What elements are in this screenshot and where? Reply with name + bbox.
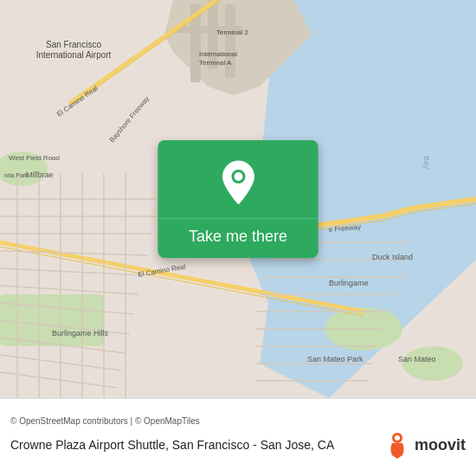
moovit-icon: [383, 431, 411, 459]
svg-text:nita Park: nita Park: [4, 172, 29, 178]
cta-label-area: Take me there: [158, 218, 318, 258]
attribution-text: © OpenStreetMap contributors | © OpenMap…: [10, 416, 466, 426]
moovit-text: moovit: [415, 436, 466, 454]
svg-text:Bay: Bay: [422, 156, 431, 170]
bottom-bar: © OpenStreetMap contributors | © OpenMap…: [0, 398, 476, 476]
svg-text:International Airport: International Airport: [36, 50, 112, 60]
svg-text:Millbrae: Millbrae: [26, 170, 54, 179]
svg-point-58: [395, 435, 400, 441]
svg-text:West Field Road: West Field Road: [9, 154, 60, 162]
svg-text:Burlingame: Burlingame: [329, 279, 369, 287]
svg-rect-8: [0, 294, 104, 346]
take-me-there-button[interactable]: Take me there: [158, 140, 318, 258]
svg-point-56: [234, 172, 242, 181]
svg-text:San Mateo Park: San Mateo Park: [307, 355, 363, 363]
svg-text:San Francisco: San Francisco: [46, 40, 101, 49]
svg-text:Duck Island: Duck Island: [372, 253, 413, 261]
place-name: Crowne Plaza Airport Shuttle, San Franci…: [10, 438, 383, 452]
svg-text:International: International: [199, 50, 237, 58]
place-info: Crowne Plaza Airport Shuttle, San Franci…: [10, 431, 466, 459]
location-pin-icon: [218, 159, 258, 206]
svg-text:San Mateo: San Mateo: [398, 355, 436, 363]
cta-icon-area: [158, 140, 318, 218]
svg-point-10: [402, 346, 463, 381]
cta-label: Take me there: [189, 228, 287, 246]
cta-button-container: Take me there: [158, 140, 318, 258]
moovit-logo: moovit: [383, 431, 466, 459]
svg-rect-5: [225, 4, 235, 78]
svg-text:Terminal A: Terminal A: [199, 59, 232, 67]
map-container: San Francisco International Airport Term…: [0, 0, 476, 398]
svg-text:Burlingame Hills: Burlingame Hills: [52, 329, 109, 338]
svg-text:Terminal 2: Terminal 2: [216, 29, 248, 36]
